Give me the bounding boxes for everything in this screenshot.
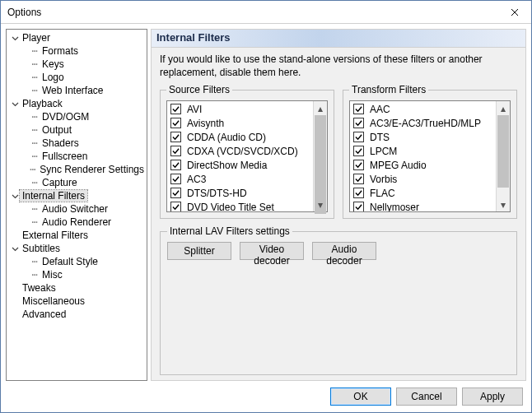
chevron-down-icon[interactable] — [10, 191, 20, 201]
checkbox[interactable] — [170, 146, 181, 156]
chevron-down-icon[interactable] — [10, 296, 20, 306]
tree-child-item[interactable]: ⋯Default Style — [7, 255, 147, 268]
filter-item[interactable]: CDXA (VCD/SVCD/XCD) — [169, 144, 311, 158]
chevron-down-icon[interactable] — [20, 59, 30, 69]
filter-item[interactable]: Vorbis — [352, 172, 494, 186]
tree-group-item[interactable]: Tweaks — [7, 281, 147, 295]
filter-item[interactable]: DTS/DTS-HD — [169, 186, 311, 200]
chevron-down-icon[interactable] — [20, 72, 30, 82]
audio-decoder-button[interactable]: Audio decoder — [312, 242, 376, 260]
tree-child-item[interactable]: ⋯Keys — [7, 58, 147, 71]
tree-item-label: DVD/OGM — [40, 111, 91, 123]
filter-item[interactable]: MPEG Audio — [352, 158, 494, 172]
video-decoder-button[interactable]: Video decoder — [240, 242, 304, 260]
checkbox[interactable] — [353, 188, 364, 198]
tree-group-item[interactable]: Miscellaneous — [7, 295, 147, 308]
checkbox[interactable] — [170, 104, 181, 114]
chevron-down-icon[interactable] — [20, 204, 30, 214]
tree-connector: ⋯ — [30, 178, 40, 188]
apply-button[interactable]: Apply — [462, 387, 523, 406]
filter-item[interactable]: DVD Video Title Set — [169, 200, 311, 211]
tree-child-item[interactable]: ⋯Audio Switcher — [7, 202, 147, 216]
tree-child-item[interactable]: ⋯Fullscreen — [7, 150, 147, 163]
checkbox[interactable] — [170, 188, 181, 198]
chevron-down-icon[interactable] — [10, 244, 20, 253]
checkbox[interactable] — [170, 174, 181, 184]
cancel-button[interactable]: Cancel — [396, 387, 457, 406]
scroll-up-icon[interactable]: ▴ — [314, 101, 327, 115]
checkbox[interactable] — [353, 104, 364, 114]
checkbox[interactable] — [353, 132, 364, 142]
tree-group-item[interactable]: External Filters — [7, 229, 147, 242]
chevron-down-icon[interactable] — [10, 283, 20, 293]
transform-filters-listbox[interactable]: AACAC3/E-AC3/TrueHD/MLPDTSLPCMMPEG Audio… — [349, 100, 511, 212]
chevron-down-icon[interactable] — [10, 309, 20, 319]
tree-child-item[interactable]: ⋯Shaders — [7, 137, 147, 150]
filter-item-label: CDXA (VCD/SVCD/XCD) — [184, 146, 301, 157]
tree-child-item[interactable]: ⋯Audio Renderer — [7, 216, 147, 229]
filter-item[interactable]: Nellymoser — [352, 200, 494, 211]
scroll-up-icon[interactable]: ▴ — [497, 101, 510, 115]
tree-item-label: Keys — [40, 58, 67, 70]
tree-child-item[interactable]: ⋯Sync Renderer Settings — [7, 163, 147, 176]
chevron-down-icon[interactable] — [10, 230, 20, 240]
tree-child-item[interactable]: ⋯Web Interface — [7, 84, 147, 97]
chevron-down-icon[interactable] — [20, 217, 30, 227]
filter-item[interactable]: Avisynth — [169, 116, 311, 130]
filter-item[interactable]: AAC — [352, 102, 494, 116]
chevron-down-icon[interactable] — [20, 138, 30, 148]
filter-item[interactable]: AVI — [169, 102, 311, 116]
filter-item[interactable]: AC3 — [169, 172, 311, 186]
chevron-down-icon[interactable] — [10, 99, 20, 109]
chevron-down-icon[interactable] — [20, 112, 30, 122]
ok-button[interactable]: OK — [330, 387, 391, 406]
checkbox[interactable] — [353, 174, 364, 184]
tree-group-item[interactable]: Player — [7, 31, 147, 44]
filter-item[interactable]: CDDA (Audio CD) — [169, 130, 311, 144]
chevron-down-icon[interactable] — [10, 33, 20, 43]
tree-child-item[interactable]: ⋯Output — [7, 123, 147, 137]
filter-item-label: DTS — [367, 132, 392, 143]
tree-connector: ⋯ — [29, 165, 38, 174]
filter-item[interactable]: DirectShow Media — [169, 158, 311, 172]
tree-child-item[interactable]: ⋯Formats — [7, 44, 147, 58]
checkbox[interactable] — [353, 202, 364, 211]
splitter-button[interactable]: Splitter — [167, 242, 231, 260]
scroll-down-icon[interactable]: ▾ — [497, 197, 510, 211]
filter-item[interactable]: LPCM — [352, 144, 494, 158]
tree-item-label: Internal Filters — [20, 190, 87, 202]
scrollbar[interactable]: ▴ ▾ — [496, 101, 510, 211]
tree-child-item[interactable]: ⋯Misc — [7, 268, 147, 281]
checkbox[interactable] — [170, 202, 181, 211]
checkbox[interactable] — [353, 118, 364, 128]
tree-child-item[interactable]: ⋯Capture — [7, 176, 147, 189]
tree-group-item[interactable]: Playback — [7, 97, 147, 110]
source-filters-listbox[interactable]: AVIAvisynthCDDA (Audio CD)CDXA (VCD/SVCD… — [166, 100, 328, 212]
filter-item[interactable]: DTS — [352, 130, 494, 144]
tree-child-item[interactable]: ⋯DVD/OGM — [7, 110, 147, 123]
tree-group-item[interactable]: Subtitles — [7, 242, 147, 255]
checkbox[interactable] — [170, 118, 181, 128]
checkbox[interactable] — [353, 160, 364, 170]
chevron-down-icon[interactable] — [20, 86, 30, 95]
chevron-down-icon[interactable] — [20, 165, 29, 174]
chevron-down-icon[interactable] — [20, 270, 30, 280]
category-tree[interactable]: Player⋯Formats⋯Keys⋯Logo⋯Web InterfacePl… — [6, 29, 147, 381]
chevron-down-icon[interactable] — [20, 125, 30, 135]
tree-group-item[interactable]: Advanced — [7, 308, 147, 321]
chevron-down-icon[interactable] — [20, 178, 30, 188]
chevron-down-icon[interactable] — [20, 151, 30, 161]
filter-item[interactable]: AC3/E-AC3/TrueHD/MLP — [352, 116, 494, 130]
chevron-down-icon[interactable] — [20, 46, 30, 56]
close-button[interactable] — [498, 1, 531, 24]
tree-child-item[interactable]: ⋯Logo — [7, 71, 147, 84]
scroll-thumb[interactable] — [497, 115, 509, 188]
scroll-down-icon[interactable]: ▾ — [314, 197, 327, 211]
filter-item[interactable]: FLAC — [352, 186, 494, 200]
scrollbar[interactable]: ▴ ▾ — [313, 101, 327, 211]
checkbox[interactable] — [353, 146, 364, 156]
tree-group-item[interactable]: Internal Filters — [7, 189, 147, 202]
chevron-down-icon[interactable] — [20, 257, 30, 267]
checkbox[interactable] — [170, 160, 181, 170]
checkbox[interactable] — [170, 132, 181, 142]
